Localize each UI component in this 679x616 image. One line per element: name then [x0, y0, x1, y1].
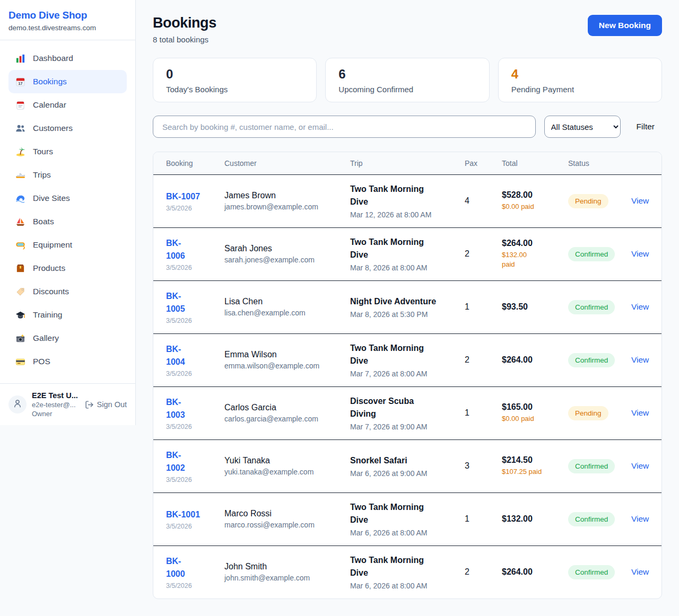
- tag-icon: [15, 286, 25, 297]
- person-icon: [13, 399, 22, 410]
- status-badge: Confirmed: [568, 459, 615, 473]
- table-row: BK-10013/5/2026Marco Rossimarco.rossi@ex…: [153, 492, 661, 545]
- pax-count: 1: [465, 514, 498, 524]
- table-row: BK-10073/5/2026James Brownjames.brown@ex…: [153, 174, 661, 227]
- column-header-trip: Trip: [350, 152, 465, 174]
- bar-chart-icon: [15, 53, 25, 64]
- view-link[interactable]: View: [631, 196, 649, 205]
- booking-number-link[interactable]: BK- 1000: [166, 555, 220, 580]
- booking-number-link[interactable]: BK- 1002: [166, 449, 220, 474]
- sidebar-item-dashboard[interactable]: Dashboard: [8, 47, 127, 70]
- status-select[interactable]: All Statuses: [544, 116, 621, 138]
- booking-number-link[interactable]: BK-1001: [166, 508, 220, 521]
- table-header-row: Booking Customer Trip Pax Total Status: [153, 152, 661, 174]
- pax-count: 2: [465, 249, 498, 259]
- customer-name: Marco Rossi: [224, 509, 346, 518]
- stats-row: 0Today's Bookings6Upcoming Confirmed4Pen…: [153, 58, 662, 102]
- sidebar-item-equipment[interactable]: Equipment: [8, 233, 127, 257]
- sidebar-item-label: Dashboard: [33, 54, 73, 63]
- filter-button[interactable]: Filter: [629, 122, 662, 131]
- customer-email: marco.rossi@example.com: [224, 521, 346, 529]
- status-badge: Pending: [568, 406, 608, 420]
- table-row: BK- 10033/5/2026Carlos Garciacarlos.garc…: [153, 386, 661, 439]
- trip-name: Night Dive Adventure: [350, 295, 460, 308]
- diving-mask-icon: [15, 240, 25, 250]
- table-row: BK- 10063/5/2026Sarah Jonessarah.jones@e…: [153, 227, 661, 280]
- paid-amount: $107.25 paid: [502, 467, 564, 477]
- stat-label: Upcoming Confirmed: [338, 85, 476, 94]
- stat-value: 4: [511, 67, 649, 81]
- booking-number-link[interactable]: BK- 1006: [166, 237, 220, 262]
- sidebar-item-calendar[interactable]: Calendar: [8, 93, 127, 117]
- sidebar-header: Demo Dive Shop demo.test.divestreams.com: [0, 0, 135, 40]
- page-header-text: Bookings 8 total bookings: [153, 15, 216, 44]
- status-badge: Confirmed: [568, 247, 615, 261]
- trip-name: Two Tank Morning Dive: [350, 236, 460, 261]
- trip-datetime: Mar 8, 2026 at 5:30 PM: [350, 310, 460, 319]
- sidebar-item-discounts[interactable]: Discounts: [8, 280, 127, 303]
- trip-name: Two Tank Morning Dive: [350, 554, 460, 579]
- sidebar-item-pos[interactable]: POS: [8, 350, 127, 373]
- speedboat-icon: [15, 170, 25, 180]
- avatar: [8, 395, 27, 413]
- user-meta: E2E Test U... e2e-tester@... Owner: [32, 391, 78, 418]
- wave-icon: [15, 193, 25, 204]
- total-amount: $528.00: [502, 190, 564, 200]
- sidebar-item-customers[interactable]: Customers: [8, 117, 127, 140]
- sidebar-item-label: Calendar: [33, 100, 66, 110]
- column-header-total: Total: [502, 152, 568, 174]
- bookings-table: Booking Customer Trip Pax Total Status B…: [153, 152, 661, 599]
- sidebar-item-bookings[interactable]: 17Bookings: [8, 70, 127, 93]
- paid-amount: $132.00 paid: [502, 250, 564, 269]
- sidebar-item-tours[interactable]: Tours: [8, 140, 127, 163]
- bookings-table-card: Booking Customer Trip Pax Total Status B…: [153, 152, 662, 599]
- booking-date: 3/5/2026: [166, 370, 220, 377]
- sidebar-item-gallery[interactable]: Gallery: [8, 327, 127, 350]
- sidebar-item-label: Dive Sites: [33, 193, 70, 203]
- filters-row: All Statuses Filter: [153, 116, 662, 138]
- credit-card-icon: [15, 356, 25, 367]
- customer-email: emma.wilson@example.com: [224, 362, 346, 370]
- sidebar-item-trips[interactable]: Trips: [8, 163, 127, 187]
- new-booking-button[interactable]: New Booking: [588, 15, 662, 36]
- view-link[interactable]: View: [631, 355, 649, 364]
- sidebar-item-label: Boats: [33, 217, 54, 226]
- column-header-pax: Pax: [465, 152, 502, 174]
- people-icon: [15, 123, 25, 134]
- booking-date: 3/5/2026: [166, 205, 220, 212]
- sign-out-button[interactable]: Sign Out: [85, 400, 127, 409]
- sidebar-item-boats[interactable]: Boats: [8, 210, 127, 233]
- stat-value: 0: [166, 67, 303, 81]
- view-link[interactable]: View: [631, 408, 649, 417]
- sidebar-item-products[interactable]: Products: [8, 257, 127, 280]
- sidebar-item-label: Tours: [33, 147, 53, 156]
- view-link[interactable]: View: [631, 249, 649, 258]
- booking-number-link[interactable]: BK- 1004: [166, 343, 220, 368]
- package-icon: [15, 263, 25, 274]
- paid-amount: $0.00 paid: [502, 414, 564, 424]
- customer-email: yuki.tanaka@example.com: [224, 468, 346, 476]
- trip-datetime: Mar 8, 2026 at 8:00 AM: [350, 263, 460, 272]
- total-amount: $264.00: [502, 355, 564, 365]
- booking-number-link[interactable]: BK-1007: [166, 190, 220, 203]
- sidebar-item-dive-sites[interactable]: Dive Sites: [8, 187, 127, 210]
- view-link[interactable]: View: [631, 514, 649, 523]
- trip-name: Two Tank Morning Dive: [350, 501, 460, 526]
- booking-number-link[interactable]: BK- 1003: [166, 396, 220, 421]
- sidebar-item-training[interactable]: Training: [8, 303, 127, 327]
- trip-datetime: Mar 7, 2026 at 8:00 AM: [350, 369, 460, 378]
- view-link[interactable]: View: [631, 302, 649, 311]
- stat-label: Pending Payment: [511, 85, 649, 94]
- search-input[interactable]: [153, 116, 536, 138]
- total-amount: $132.00: [502, 514, 564, 524]
- column-header-status: Status: [568, 152, 631, 174]
- view-link[interactable]: View: [631, 567, 649, 576]
- trip-datetime: Mar 6, 2026 at 9:00 AM: [350, 469, 460, 478]
- page-subtitle: 8 total bookings: [153, 35, 216, 44]
- booking-number-link[interactable]: BK- 1005: [166, 290, 220, 315]
- view-link[interactable]: View: [631, 461, 649, 470]
- booking-date: 3/5/2026: [166, 523, 220, 530]
- calendar-date-icon: 17: [15, 76, 25, 87]
- stat-card-upcoming-confirmed: 6Upcoming Confirmed: [325, 58, 489, 102]
- booking-date: 3/5/2026: [166, 582, 220, 589]
